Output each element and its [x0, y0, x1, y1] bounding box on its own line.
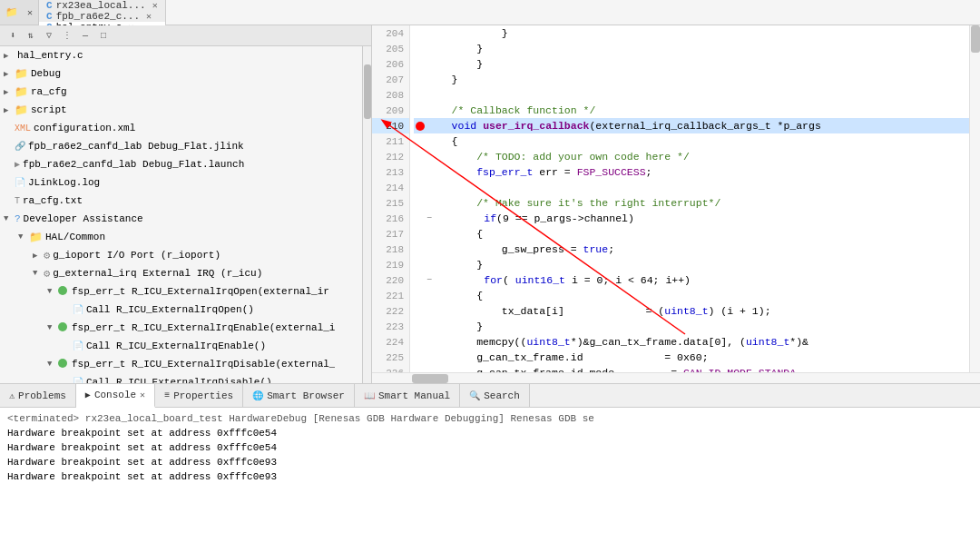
code-line-226: g_can_tx_frame.id_mode = CAN_ID_MODE_STA… — [414, 365, 969, 372]
sidebar-min-icon[interactable]: — — [78, 28, 93, 43]
tree-icon-4: XML — [15, 123, 31, 133]
sidebar-menu-icon[interactable]: ⋮ — [60, 28, 74, 43]
sidebar-item-4[interactable]: XMLconfiguration.xml — [0, 119, 362, 137]
tree-arrow-9[interactable]: ▼ — [4, 214, 15, 223]
sidebar-link-icon[interactable]: ⇅ — [24, 28, 38, 43]
code-content-224: memcpy((uint8_t*)&g_can_tx_frame.data[0]… — [426, 336, 808, 348]
code-content-207: } — [426, 74, 458, 85]
tree-label-4: configuration.xml — [34, 123, 135, 133]
project-explorer-header: 📁 ✕ — [0, 0, 39, 25]
sidebar-item-2[interactable]: ▶📁ra_cfg — [0, 83, 362, 101]
editor-hscrollbar-thumb[interactable] — [412, 374, 448, 383]
code-content-204: } — [426, 27, 508, 39]
sidebar-max-icon[interactable]: □ — [96, 28, 111, 43]
sidebar-item-0[interactable]: ▶hal_entry.c — [0, 46, 362, 64]
sidebar-item-15[interactable]: ▼fsp_err_t R_ICU_ExternalIrqEnable(exter… — [0, 319, 362, 337]
code-line-210: void user_irq_callback(external_irq_call… — [414, 118, 969, 133]
pe-close-icon[interactable]: ✕ — [27, 7, 33, 18]
line-num-217: 217 — [372, 226, 409, 242]
editor-tab-bar: 📁 ✕ Crx23ea_local...✕Cfpb_ra6e2_c...✕Cha… — [0, 0, 980, 25]
tree-label-14: Call R_ICU_ExternalIrqOpen() — [86, 304, 254, 315]
tree-arrow-2[interactable]: ▶ — [4, 87, 15, 97]
editor-tab-rx23ea_local_1[interactable]: Crx23ea_local...✕ — [39, 0, 166, 11]
tree-arrow-10[interactable]: ▼ — [18, 232, 29, 242]
tree-arrow-3[interactable]: ▶ — [4, 105, 15, 115]
editor-hscrollbar[interactable] — [372, 372, 980, 383]
editor-area: 2042052062072082092102112122132142152162… — [372, 25, 980, 383]
tree-icon-13 — [58, 286, 69, 298]
app-container: 📁 ✕ Crx23ea_local...✕Cfpb_ra6e2_c...✕Cha… — [0, 0, 980, 533]
line-num-214: 214 — [372, 180, 409, 195]
scrollbar-thumb[interactable] — [364, 64, 371, 119]
tree-label-6: fpb_ra6e2_canfd_lab Debug_Flat.launch — [23, 159, 244, 170]
editor-scrollbar-thumb[interactable] — [971, 25, 980, 53]
sidebar-item-9[interactable]: ▼?Developer Assistance — [0, 210, 362, 228]
tab-close-rx23ea_local_1[interactable]: ✕ — [152, 0, 158, 11]
tree-arrow-13[interactable]: ▼ — [47, 287, 58, 296]
line-numbers: 2042052062072082092102112122132142152162… — [372, 25, 410, 372]
bottom-tab-icon-smart_manual: 📖 — [364, 390, 375, 401]
code-content-219: } — [426, 259, 483, 271]
sidebar-item-18[interactable]: 📄Call R_ICU_ExternalIrqDisable() — [0, 373, 362, 383]
sidebar-item-1[interactable]: ▶📁Debug — [0, 64, 362, 83]
tree-label-9: Developer Assistance — [24, 213, 143, 224]
bottom-tab-console[interactable]: ▶Console✕ — [76, 384, 155, 408]
code-line-204: } — [414, 25, 969, 41]
tree-icon-6: ▶ — [15, 159, 20, 170]
sidebar-filter-icon[interactable]: ▽ — [42, 28, 56, 43]
line-num-226: 226 — [372, 365, 409, 372]
sidebar-item-12[interactable]: ▼⚙g_external_irq External IRQ (r_icu) — [0, 264, 362, 282]
sidebar-item-8[interactable]: Tra_cfg.txt — [0, 192, 362, 210]
sidebar-item-11[interactable]: ▶⚙g_ioport I/O Port (r_ioport) — [0, 246, 362, 264]
sidebar-collapse-icon[interactable]: ⬇ — [5, 28, 20, 43]
code-line-215: /* Make sure it's the right interrupt*/ — [414, 195, 969, 211]
tab-close-fpb_ra6e2_c[interactable]: ✕ — [146, 11, 152, 22]
code-line-209: /* Callback function */ — [414, 103, 969, 118]
bottom-tab-label-problems: Problems — [18, 390, 66, 401]
sidebar-item-14[interactable]: 📄Call R_ICU_ExternalIrqOpen() — [0, 301, 362, 319]
code-content-209: /* Callback function */ — [426, 104, 595, 116]
line-num-224: 224 — [372, 334, 409, 350]
code-content-222: tx_data[i] = (uint8_t) (i + 1); — [426, 305, 771, 317]
fold-216[interactable]: − — [426, 213, 432, 223]
tree-label-15: fsp_err_t R_ICU_ExternalIrqEnable(extern… — [72, 322, 335, 333]
bottom-tab-problems[interactable]: ⚠Problems — [0, 384, 76, 407]
code-line-218: g_sw_press = true; — [414, 242, 969, 257]
sidebar-item-3[interactable]: ▶📁script — [0, 101, 362, 119]
sidebar-item-13[interactable]: ▼fsp_err_t R_ICU_ExternalIrqOpen(externa… — [0, 282, 362, 301]
bottom-tab-icon-search: 🔍 — [469, 390, 480, 401]
tree-arrow-15[interactable]: ▼ — [47, 323, 58, 332]
sidebar-item-5[interactable]: 🔗fpb_ra6e2_canfd_lab Debug_Flat.jlink — [0, 137, 362, 155]
line-num-212: 212 — [372, 149, 409, 164]
bottom-tab-smart_browser[interactable]: 🌐Smart Browser — [243, 384, 355, 407]
sidebar-item-6[interactable]: ▶fpb_ra6e2_canfd_lab Debug_Flat.launch — [0, 155, 362, 173]
sidebar-item-17[interactable]: ▼fsp_err_t R_ICU_ExternalIrqDisable(exte… — [0, 355, 362, 373]
sidebar-item-7[interactable]: 📄JLinkLog.log — [0, 173, 362, 192]
bottom-tab-label-console: Console — [94, 390, 136, 400]
tree-arrow-1[interactable]: ▶ — [4, 69, 15, 79]
line-num-221: 221 — [372, 288, 409, 303]
bottom-tab-label-search: Search — [484, 390, 520, 401]
bottom-tab-smart_manual[interactable]: 📖Smart Manual — [355, 384, 460, 407]
code-content-212: /* TODO: add your own code here */ — [426, 151, 690, 163]
code-lines[interactable]: } } } } /* Callback function */ void use… — [410, 25, 969, 372]
fold-220[interactable]: − — [426, 275, 432, 285]
editor-scrollbar[interactable] — [969, 25, 980, 372]
code-line-219: } — [414, 257, 969, 272]
tree-icon-12: ⚙ — [44, 267, 50, 281]
bottom-tab-close-console[interactable]: ✕ — [140, 390, 145, 400]
tree-arrow-0[interactable]: ▶ — [4, 51, 15, 61]
tree-label-16: Call R_ICU_ExternalIrqEnable() — [86, 341, 266, 351]
tree-icon-5: 🔗 — [15, 141, 25, 152]
tree-arrow-12[interactable]: ▼ — [33, 269, 44, 278]
code-line-217: { — [414, 226, 969, 242]
sidebar-item-10[interactable]: ▼📁HAL/Common — [0, 228, 362, 246]
bottom-tab-properties[interactable]: ≡Properties — [155, 384, 243, 407]
sidebar-scrollbar[interactable] — [362, 46, 371, 383]
sidebar-item-16[interactable]: 📄Call R_ICU_ExternalIrqEnable() — [0, 337, 362, 355]
editor-tab-fpb_ra6e2_c[interactable]: Cfpb_ra6e2_c...✕ — [39, 11, 166, 22]
bottom-tab-search[interactable]: 🔍Search — [460, 384, 530, 407]
tree-arrow-17[interactable]: ▼ — [47, 360, 58, 369]
sidebar-toolbar: ⬇ ⇅ ▽ ⋮ — □ — [0, 25, 371, 46]
tree-arrow-11[interactable]: ▶ — [33, 251, 44, 261]
